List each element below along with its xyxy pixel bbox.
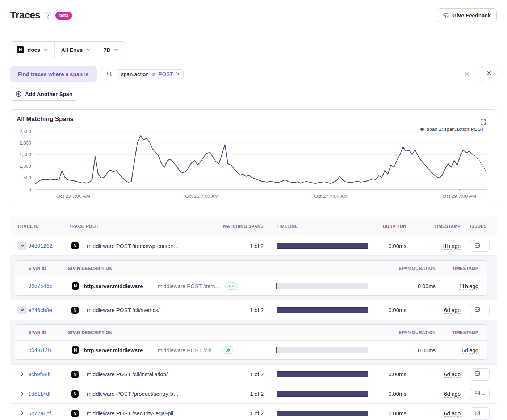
span-operation: http.server.middleware [84, 283, 143, 289]
svg-text:Oct 27 7:00 AM: Oct 27 7:00 AM [314, 194, 348, 199]
column-header-duration: Duration [372, 224, 406, 229]
timestamp-value[interactable]: 6d ago [462, 347, 478, 353]
trace-row[interactable]: 9cb9f88bNmiddleware POST /cli/installati… [10, 364, 497, 384]
column-header-timestamp: Timestamp [436, 330, 478, 335]
expand-trace-button[interactable] [17, 390, 27, 398]
timestamp-cell: 6d ago [406, 391, 461, 397]
date-range-filter[interactable]: 7D [97, 42, 125, 58]
span-timeline-cell [276, 347, 374, 353]
timestamp-value[interactable]: 6d ago [444, 410, 461, 416]
trace-timeline-bar[interactable] [277, 307, 368, 313]
remove-token-icon[interactable] [176, 72, 180, 76]
table-header-row: Trace IDTrace RootMatching SpansTimeline… [10, 217, 497, 236]
span-subtable-wrapper: Span IDSpan DescriptionSpan DurationTime… [10, 320, 497, 364]
trace-id-cell: 94601262 [28, 242, 69, 249]
trace-id-cell: 1d6114df [28, 391, 69, 397]
environment-filter-label: All Envs [61, 47, 83, 53]
trace-root-cell: Nmiddleware POST /product/sentry-b… [69, 390, 220, 398]
project-filter[interactable]: N docs [10, 42, 55, 58]
span-search-input[interactable]: span.action is POST [101, 66, 476, 82]
add-another-span-button[interactable]: Add Another Span [10, 87, 78, 101]
timestamp-value[interactable]: 6d ago [444, 371, 461, 377]
status-badge: ok [225, 282, 238, 290]
span-id-link[interactable]: 36d7546e [28, 283, 53, 289]
expand-trace-button[interactable] [17, 370, 27, 378]
trace-row[interactable]: 94601262Nmiddleware POST /items/wp-conte… [10, 236, 497, 255]
span-subtable-header: Span IDSpan DescriptionSpan DurationTime… [15, 261, 487, 276]
nextjs-logo-icon: N [71, 242, 79, 249]
span-row[interactable]: e04fa12bNhttp.server.middleware—middlewa… [15, 341, 487, 359]
trace-timeline-bar[interactable] [277, 371, 368, 377]
search-filter-token[interactable]: span.action is POST [117, 69, 184, 79]
legend-dot-icon [420, 128, 424, 131]
trace-row[interactable]: 1d6114dfNmiddleware POST /product/sentry… [10, 384, 497, 403]
status-badge: ok [222, 346, 234, 354]
span-timeline-bar[interactable] [276, 347, 368, 353]
timestamp-value[interactable]: 6d ago [444, 391, 461, 397]
timeline-cell [264, 371, 372, 377]
column-header-timestamp: Timestamp [436, 266, 478, 271]
trace-row[interactable]: 5b72a6bfNmiddleware POST /security-legal… [10, 403, 497, 420]
trace-root-label: middleware POST /items/wp-conten… [87, 243, 179, 249]
clear-search-button[interactable] [462, 70, 471, 78]
column-header-span-duration: Span Duration [374, 330, 436, 335]
span-duration-value: 0.00ms [374, 283, 436, 289]
timeline-cell [264, 307, 372, 313]
trace-root-label: middleware POST /cli/installation/ [87, 371, 168, 377]
issues-cell: – [461, 407, 490, 420]
svg-text:2,000: 2,000 [19, 140, 31, 146]
timestamp-value[interactable]: 11h ago [441, 243, 461, 249]
trace-timeline-bar[interactable] [277, 411, 368, 416]
environment-filter[interactable]: All Envs [55, 42, 97, 58]
issues-cell: – [461, 240, 490, 252]
expand-trace-button[interactable] [17, 409, 27, 417]
trace-id-link[interactable]: e246cb8e [28, 307, 52, 313]
timestamp-value[interactable]: 11h ago [459, 283, 478, 289]
span-operation: http.server.middleware [84, 347, 143, 353]
remove-span-query-button[interactable] [481, 66, 497, 82]
svg-text:1,000: 1,000 [19, 163, 31, 169]
trace-id-link[interactable]: 5b72a6bf [28, 410, 51, 416]
duration-value: 0.00ms [372, 243, 406, 249]
chart-legend[interactable]: span 1: span.action:POST [420, 126, 484, 132]
collapse-trace-button[interactable] [17, 242, 27, 250]
trace-id-link[interactable]: 1d6114df [28, 391, 50, 397]
nextjs-logo-icon: N [72, 282, 79, 290]
expander-cell [17, 409, 28, 417]
fullscreen-icon[interactable] [480, 118, 487, 125]
column-header-trace-id: Trace ID [17, 224, 69, 229]
collapse-trace-button[interactable] [17, 306, 27, 314]
trace-timeline-bar[interactable] [277, 391, 368, 397]
span-timeline-bar[interactable] [276, 283, 368, 289]
issues-button[interactable]: – [470, 388, 490, 400]
table-body: 94601262Nmiddleware POST /items/wp-conte… [10, 236, 497, 420]
chevron-down-icon [20, 309, 24, 311]
column-header-span-description: Span Description [68, 266, 276, 271]
issues-button[interactable]: – [470, 368, 490, 381]
token-value: POST [159, 71, 173, 77]
issues-button[interactable]: – [470, 407, 490, 420]
trace-id-link[interactable]: 9cb9f88b [28, 371, 51, 377]
trace-timeline-bar[interactable] [277, 243, 368, 249]
span-duration-value: 0.00ms [374, 347, 436, 353]
matching-spans-count: 1 of 2 [220, 371, 264, 377]
timestamp-value[interactable]: 6d ago [444, 307, 461, 313]
svg-text:Oct 23 7:00 AM: Oct 23 7:00 AM [56, 194, 90, 199]
issues-button[interactable]: – [470, 240, 490, 252]
trace-id-link[interactable]: 94601262 [28, 242, 53, 249]
question-circle-icon[interactable]: ? [45, 12, 51, 19]
span-description: middleware POST /item… [158, 283, 220, 289]
issues-button[interactable]: – [470, 304, 490, 316]
page-header: Traces ? beta Give Feedback [0, 0, 507, 31]
span-row[interactable]: 36d7546eNhttp.server.middleware—middlewa… [15, 276, 487, 295]
span-description-cell: Nhttp.server.middleware—middleware POST … [68, 282, 276, 290]
span-id-link[interactable]: e04fa12b [28, 347, 51, 353]
trace-id-cell: 9cb9f88b [28, 371, 69, 378]
chevron-right-icon [21, 372, 24, 376]
give-feedback-button[interactable]: Give Feedback [437, 8, 497, 22]
span-subtable: Span IDSpan DescriptionSpan DurationTime… [15, 324, 487, 360]
svg-text:500: 500 [23, 175, 31, 180]
span-id-cell: e04fa12b [28, 347, 68, 353]
trace-row[interactable]: e246cb8eNmiddleware POST /cli/metrics/1 … [10, 300, 497, 320]
inbox-icon [475, 391, 480, 397]
